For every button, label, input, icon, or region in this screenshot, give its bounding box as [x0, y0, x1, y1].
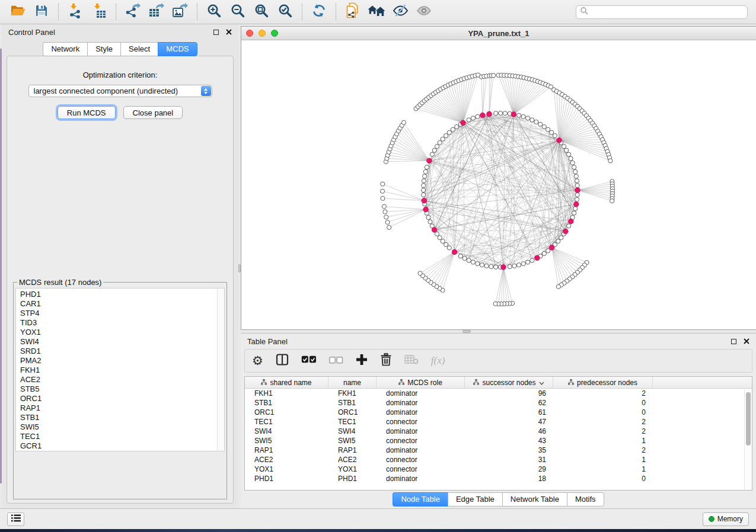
column-type-icon — [568, 379, 574, 387]
network-canvas[interactable] — [241, 40, 756, 329]
optimization-criterion-select[interactable]: largest connected component (undirected) — [28, 85, 212, 97]
export-network-button[interactable] — [121, 2, 145, 22]
import-network-icon — [68, 3, 83, 21]
table-settings-button[interactable]: ⚙ — [252, 355, 263, 367]
deselect-all-columns-button[interactable] — [329, 355, 343, 366]
float-panel-icon[interactable] — [731, 339, 736, 344]
splitter-grip[interactable] — [238, 264, 241, 273]
import-network-button[interactable] — [63, 2, 87, 22]
task-history-button[interactable] — [7, 512, 24, 526]
table-row[interactable]: ORC1ORC1dominator610 — [245, 408, 752, 417]
add-column-button[interactable] — [356, 354, 368, 368]
mcds-result-item[interactable]: CAR1 — [20, 299, 216, 309]
zoom-selected-button[interactable] — [273, 2, 297, 22]
close-panel-icon[interactable] — [744, 337, 749, 346]
import-table-button[interactable] — [87, 2, 111, 22]
open-file-button[interactable] — [6, 2, 30, 22]
tab-select[interactable]: Select — [120, 42, 158, 56]
select-all-columns-button[interactable] — [301, 355, 317, 366]
search-field[interactable] — [576, 5, 748, 19]
zoom-out-button[interactable] — [226, 2, 250, 22]
export-image-button[interactable] — [168, 2, 192, 22]
table-row[interactable]: ACE2ACE2connector311 — [245, 455, 752, 464]
table-panel-header: Table Panel — [241, 334, 756, 349]
column-header-successor-nodes[interactable]: successor nodes — [465, 377, 553, 388]
mcds-result-item[interactable]: SWI4 — [20, 337, 216, 347]
close-window-icon[interactable] — [246, 30, 253, 37]
column-header-predecessor-nodes[interactable]: predecessor nodes — [553, 377, 653, 388]
search-input[interactable] — [591, 8, 744, 16]
table-row[interactable]: YOX1YOX1connector291 — [245, 464, 752, 474]
table-row[interactable]: TEC1TEC1connector472 — [245, 417, 752, 427]
export-table-button[interactable] — [145, 2, 168, 22]
tab-node-table[interactable]: Node Table — [393, 492, 448, 507]
mcds-result-item[interactable]: STB5 — [20, 384, 216, 394]
mcds-list-scrollbar[interactable] — [217, 289, 224, 451]
delete-column-button[interactable] — [380, 353, 392, 368]
zoom-fit-icon — [254, 3, 269, 21]
hide-selected-button[interactable] — [388, 2, 412, 22]
mcds-result-item[interactable]: SRD1 — [20, 347, 216, 356]
column-header-name[interactable]: name — [328, 377, 377, 388]
tab-style[interactable]: Style — [87, 42, 120, 56]
tab-edge-table[interactable]: Edge Table — [448, 492, 502, 507]
show-column-panel-button[interactable] — [276, 353, 289, 368]
table-row[interactable]: FKH1FKH1dominator962 — [245, 389, 752, 398]
status-bar: Memory — [0, 508, 756, 529]
clone-network-button[interactable] — [341, 2, 365, 22]
horizontal-splitter[interactable] — [241, 330, 756, 333]
maximize-window-icon[interactable] — [271, 30, 278, 37]
memory-button[interactable]: Memory — [703, 512, 749, 526]
minimize-window-icon[interactable] — [259, 30, 266, 37]
tab-mcds[interactable]: MCDS — [158, 42, 197, 56]
tab-motifs[interactable]: Motifs — [567, 492, 604, 507]
toolbar-separator — [116, 4, 116, 20]
table-cell: PHD1 — [245, 475, 328, 483]
table-cell: connector — [377, 418, 465, 426]
mcds-result-item[interactable]: ORC1 — [20, 394, 216, 403]
table-scrollbar[interactable] — [744, 389, 752, 490]
main-area: Control Panel Network Style Select MCDS … — [0, 24, 756, 508]
mcds-result-item[interactable]: TID3 — [20, 318, 216, 328]
table-row[interactable]: RAP1RAP1dominator352 — [245, 446, 752, 455]
table-scrollbar-thumb[interactable] — [746, 392, 751, 446]
float-panel-icon[interactable] — [213, 30, 219, 35]
column-header-shared-name[interactable]: shared name — [245, 377, 328, 388]
mcds-result-item[interactable]: STB1 — [20, 413, 216, 422]
table-cell: SWI5 — [328, 437, 377, 445]
table-row[interactable]: PHD1PHD1dominator180 — [245, 474, 752, 483]
show-hidden-button[interactable] — [412, 2, 436, 22]
table-row[interactable]: SWI5SWI5connector431 — [245, 436, 752, 446]
column-header-mcds-role[interactable]: MCDS role — [377, 377, 465, 388]
tab-network[interactable]: Network — [43, 42, 87, 56]
table-cell: 62 — [465, 399, 553, 407]
import-table-icon — [91, 3, 107, 21]
table-row[interactable]: STB1STB1dominator620 — [245, 398, 752, 408]
mcds-result-item[interactable]: GCR1 — [20, 441, 216, 451]
selected-criterion-value: largest connected component (undirected) — [34, 86, 178, 95]
mcds-result-item[interactable]: STP4 — [20, 309, 216, 318]
network-view-window: YPA_prune.txt_1 — [241, 26, 756, 330]
mcds-result-item[interactable]: TEC1 — [20, 432, 216, 441]
mcds-result-item[interactable]: ACE2 — [20, 375, 216, 384]
save-session-button[interactable] — [30, 2, 53, 22]
mcds-result-item[interactable]: PMA2 — [20, 356, 216, 366]
mcds-result-item[interactable]: SWI5 — [20, 422, 216, 432]
close-panel-icon[interactable] — [226, 28, 232, 37]
network-window-titlebar[interactable]: YPA_prune.txt_1 — [241, 27, 756, 40]
mcds-result-item[interactable]: RAP1 — [20, 403, 216, 413]
run-mcds-button[interactable]: Run MCDS — [58, 106, 116, 119]
vertical-splitter[interactable] — [238, 24, 241, 508]
mcds-result-item[interactable]: PHD1 — [20, 290, 216, 299]
tab-network-table[interactable]: Network Table — [502, 492, 567, 507]
table-row[interactable]: SWI4SWI4dominator462 — [245, 427, 752, 436]
mcds-result-item[interactable]: YOX1 — [20, 328, 216, 337]
zoom-fit-button[interactable] — [250, 2, 273, 22]
mcds-result-item[interactable]: FKH1 — [20, 366, 216, 375]
close-panel-button[interactable]: Close panel — [123, 106, 183, 119]
refresh-button[interactable] — [307, 2, 331, 22]
splitter-grip[interactable] — [462, 330, 471, 333]
show-all-button[interactable] — [365, 2, 388, 22]
zoom-in-button[interactable] — [202, 2, 226, 22]
table-cell: YOX1 — [328, 465, 377, 473]
